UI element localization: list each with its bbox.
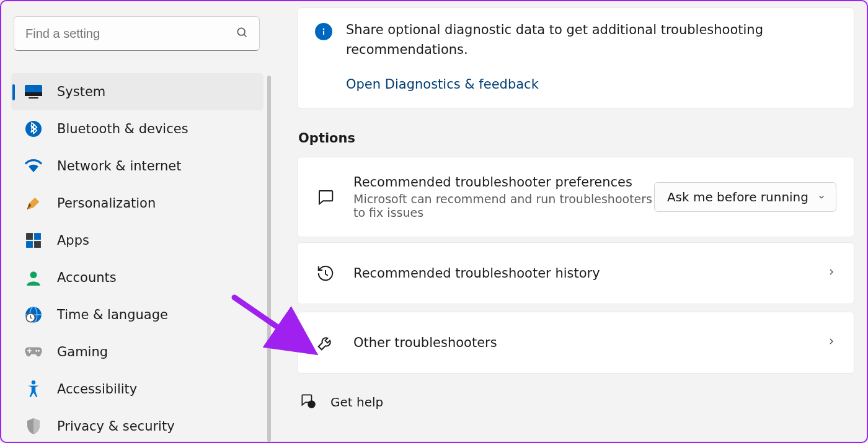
sidebar-item-apps[interactable]: Apps bbox=[11, 222, 264, 259]
sidebar-item-label: Privacy & security bbox=[57, 419, 175, 434]
history-card-title: Recommended troubleshooter history bbox=[353, 266, 826, 281]
wifi-icon bbox=[25, 157, 42, 175]
pref-card-title: Recommended troubleshooter preferences bbox=[353, 175, 654, 190]
sidebar-item-personalization[interactable]: Personalization bbox=[11, 185, 264, 222]
sidebar-item-system[interactable]: System bbox=[11, 73, 264, 110]
sidebar-scrollbar[interactable] bbox=[267, 76, 271, 442]
history-icon bbox=[315, 263, 336, 284]
wrench-icon bbox=[315, 332, 336, 353]
search-icon bbox=[236, 26, 248, 41]
svg-rect-20 bbox=[323, 31, 324, 35]
privacy-icon bbox=[25, 418, 42, 435]
chevron-right-icon bbox=[826, 336, 836, 349]
apps-icon bbox=[25, 232, 42, 249]
get-help-label: Get help bbox=[330, 395, 383, 410]
sidebar-item-bluetooth[interactable]: Bluetooth & devices bbox=[11, 110, 264, 147]
options-heading: Options bbox=[298, 131, 854, 146]
svg-point-10 bbox=[30, 271, 37, 278]
sidebar-item-time-language[interactable]: Time & language bbox=[11, 296, 264, 333]
sidebar-item-label: Personalization bbox=[57, 196, 156, 211]
sidebar-item-label: Apps bbox=[57, 233, 89, 248]
sidebar-nav: System Bluetooth & devices Network & int… bbox=[11, 73, 264, 443]
sidebar-item-accessibility[interactable]: Accessibility bbox=[11, 371, 264, 408]
svg-line-1 bbox=[244, 35, 247, 37]
svg-point-19 bbox=[323, 29, 325, 30]
svg-rect-7 bbox=[34, 233, 41, 240]
sidebar-item-label: Gaming bbox=[57, 344, 108, 359]
sidebar-item-privacy[interactable]: Privacy & security bbox=[11, 408, 264, 443]
svg-rect-3 bbox=[25, 92, 42, 96]
get-help-link[interactable]: ? Get help bbox=[297, 379, 854, 411]
search-input-field[interactable] bbox=[25, 27, 236, 41]
open-diagnostics-link[interactable]: Open Diagnostics & feedback bbox=[346, 77, 836, 92]
troubleshooter-preferences-card[interactable]: Recommended troubleshooter preferences M… bbox=[297, 157, 854, 237]
sidebar-item-label: Network & internet bbox=[57, 159, 181, 173]
diagnostics-info-text: Share optional diagnostic data to get ad… bbox=[346, 20, 836, 59]
sidebar-item-accounts[interactable]: Accounts bbox=[11, 259, 264, 296]
sidebar: System Bluetooth & devices Network & int… bbox=[1, 1, 271, 442]
sidebar-item-label: System bbox=[57, 84, 105, 99]
svg-rect-9 bbox=[34, 241, 41, 248]
gaming-icon bbox=[25, 343, 42, 361]
sidebar-item-label: Accessibility bbox=[57, 382, 137, 397]
help-icon: ? bbox=[299, 392, 316, 411]
personalization-icon bbox=[25, 195, 42, 212]
svg-point-16 bbox=[35, 350, 37, 352]
chevron-right-icon bbox=[826, 267, 836, 279]
sidebar-item-network[interactable]: Network & internet bbox=[11, 147, 264, 185]
svg-point-0 bbox=[237, 28, 245, 35]
diagnostics-info-card: Share optional diagnostic data to get ad… bbox=[297, 7, 854, 108]
other-troubleshooters-card[interactable]: Other troubleshooters bbox=[297, 312, 854, 374]
info-icon bbox=[315, 23, 332, 40]
sidebar-item-gaming[interactable]: Gaming bbox=[11, 333, 264, 371]
accessibility-icon bbox=[25, 380, 42, 398]
time-language-icon bbox=[25, 306, 42, 323]
pref-card-desc: Microsoft can recommend and run troubles… bbox=[353, 192, 654, 219]
bluetooth-icon bbox=[25, 120, 42, 138]
troubleshooter-history-card[interactable]: Recommended troubleshooter history bbox=[297, 242, 854, 304]
svg-rect-6 bbox=[26, 233, 33, 240]
chat-icon bbox=[315, 186, 336, 208]
chevron-down-icon bbox=[817, 190, 826, 204]
svg-text:?: ? bbox=[310, 402, 312, 408]
other-card-title: Other troubleshooters bbox=[353, 335, 826, 350]
sidebar-item-label: Accounts bbox=[57, 270, 117, 285]
sidebar-item-label: Bluetooth & devices bbox=[57, 121, 188, 136]
svg-rect-4 bbox=[29, 97, 38, 99]
search-input[interactable] bbox=[14, 16, 260, 51]
main-content: Share optional diagnostic data to get ad… bbox=[271, 1, 867, 442]
svg-rect-8 bbox=[26, 241, 33, 248]
troubleshooter-pref-dropdown[interactable]: Ask me before running bbox=[654, 182, 836, 212]
svg-point-17 bbox=[38, 350, 40, 352]
svg-point-18 bbox=[32, 380, 35, 384]
system-icon bbox=[25, 83, 42, 100]
accounts-icon bbox=[25, 269, 42, 286]
dropdown-value: Ask me before running bbox=[667, 190, 808, 204]
sidebar-item-label: Time & language bbox=[57, 307, 168, 322]
